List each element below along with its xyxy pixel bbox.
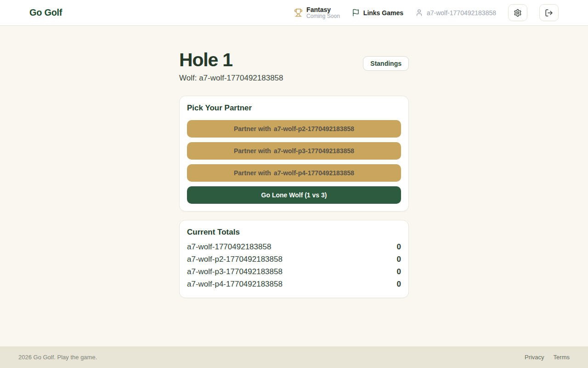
header-nav: Fantasy Coming Soon Links Games a7-wolf-… [294, 4, 559, 21]
footer-links: Privacy Terms [525, 354, 570, 361]
app-footer: 2026 Go Golf. Play the game. Privacy Ter… [0, 346, 588, 368]
player-score: 0 [397, 267, 401, 276]
user-info: a7-wolf-1770492183858 [415, 9, 496, 17]
fantasy-sublabel: Coming Soon [306, 13, 340, 20]
privacy-link[interactable]: Privacy [525, 354, 544, 361]
logout-icon [545, 9, 553, 17]
main-area: Hole 1 Wolf: a7-wolf-1770492183858 Stand… [0, 26, 588, 346]
wolf-subtitle: Wolf: a7-wolf-1770492183858 [179, 74, 283, 83]
footer-copyright: 2026 Go Golf. Play the game. [18, 354, 97, 361]
username-label: a7-wolf-1770492183858 [427, 9, 496, 17]
pick-partner-card: Pick Your Partner Partner with a7-wolf-p… [179, 96, 409, 212]
content-container: Hole 1 Wolf: a7-wolf-1770492183858 Stand… [179, 26, 409, 298]
partner-button-stack: Partner with a7-wolf-p2-1770492183858 Pa… [187, 120, 401, 204]
partner-name: a7-wolf-p2-1770492183858 [274, 125, 354, 132]
terms-link[interactable]: Terms [554, 354, 570, 361]
app-header: Go Golf Fantasy Coming Soon [0, 0, 588, 26]
current-totals-title: Current Totals [187, 228, 401, 237]
trophy-icon [294, 8, 303, 17]
gear-icon [514, 9, 522, 17]
logout-button[interactable] [539, 4, 559, 21]
totals-row: a7-wolf-p4-1770492183858 0 [187, 278, 401, 290]
partner-name: a7-wolf-p3-1770492183858 [274, 147, 354, 155]
nav-item-fantasy[interactable]: Fantasy Coming Soon [294, 6, 340, 20]
current-totals-card: Current Totals a7-wolf-1770492183858 0 a… [179, 220, 409, 298]
partner-button-p4[interactable]: Partner with a7-wolf-p4-1770492183858 [187, 164, 401, 182]
player-score: 0 [397, 280, 401, 289]
lone-wolf-button[interactable]: Go Lone Wolf (1 vs 3) [187, 186, 401, 204]
partner-prefix: Partner with [234, 147, 271, 155]
totals-row: a7-wolf-p2-1770492183858 0 [187, 253, 401, 265]
totals-row: a7-wolf-1770492183858 0 [187, 241, 401, 253]
fantasy-labels: Fantasy Coming Soon [306, 6, 340, 20]
page-title: Hole 1 [179, 50, 283, 70]
partner-name: a7-wolf-p4-1770492183858 [274, 169, 354, 177]
partner-prefix: Partner with [234, 169, 271, 177]
links-games-label: Links Games [363, 9, 403, 17]
standings-button[interactable]: Standings [363, 56, 409, 71]
player-name: a7-wolf-p2-1770492183858 [187, 255, 283, 264]
pick-partner-title: Pick Your Partner [187, 104, 401, 113]
player-name: a7-wolf-1770492183858 [187, 242, 271, 252]
app-logo[interactable]: Go Golf [29, 7, 62, 18]
user-icon [415, 9, 423, 17]
fantasy-label: Fantasy [306, 6, 340, 13]
title-row: Hole 1 Wolf: a7-wolf-1770492183858 Stand… [179, 50, 409, 83]
player-name: a7-wolf-p3-1770492183858 [187, 267, 283, 276]
settings-button[interactable] [508, 4, 527, 21]
partner-button-p3[interactable]: Partner with a7-wolf-p3-1770492183858 [187, 142, 401, 160]
flag-icon [352, 9, 360, 17]
title-block: Hole 1 Wolf: a7-wolf-1770492183858 [179, 50, 283, 83]
partner-button-p2[interactable]: Partner with a7-wolf-p2-1770492183858 [187, 120, 401, 138]
nav-item-links-games[interactable]: Links Games [352, 9, 403, 17]
player-name: a7-wolf-p4-1770492183858 [187, 280, 283, 289]
player-score: 0 [397, 242, 401, 252]
partner-prefix: Partner with [234, 125, 271, 132]
totals-row: a7-wolf-p3-1770492183858 0 [187, 265, 401, 278]
player-score: 0 [397, 255, 401, 264]
